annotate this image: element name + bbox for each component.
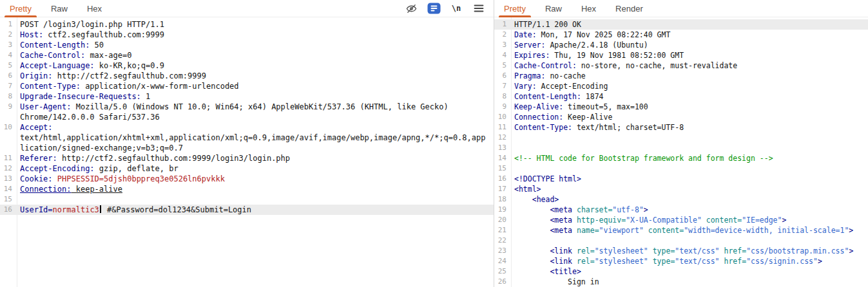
line-number: 9 — [494, 102, 511, 112]
line-number: 15 — [494, 163, 511, 174]
line-number: 8 — [0, 91, 17, 102]
code-line[interactable]: 26 Sign in — [494, 277, 868, 287]
newline-icon[interactable]: \n — [448, 1, 465, 15]
code-line[interactable]: 21 <meta name="viewport" content="width=… — [494, 225, 868, 236]
response-tab-bar: PrettyRawHexRender — [494, 0, 868, 17]
code-line[interactable]: 1HTTP/1.1 200 OK — [494, 19, 868, 30]
line-content: Date: Mon, 17 Nov 2025 08:22:40 GMT — [511, 30, 868, 40]
line-content — [511, 143, 868, 153]
code-line[interactable]: 18 <head> — [494, 194, 868, 205]
line-content: Upgrade-Insecure-Requests: 1 — [17, 91, 494, 102]
line-content: <html> — [511, 184, 868, 194]
code-line[interactable]: 24 <link rel="stylesheet" type="text/css… — [494, 256, 868, 266]
line-number: 21 — [494, 225, 511, 236]
line-content: Connection: Keep-Alive — [511, 112, 868, 122]
line-content: Accept-Encoding: gzip, deflate, br — [17, 163, 494, 174]
line-number: 12 — [0, 163, 17, 174]
tab-raw[interactable]: Raw — [535, 0, 572, 17]
code-line[interactable]: 17<html> — [494, 184, 868, 194]
line-number: 10 — [494, 112, 511, 122]
code-line[interactable]: 23 <link rel="stylesheet" type="text/css… — [494, 246, 868, 256]
tab-hex[interactable]: Hex — [572, 0, 606, 17]
request-editor[interactable]: 1POST /login3/login.php HTTP/1.12Host: c… — [0, 17, 494, 287]
line-number: 12 — [494, 133, 511, 143]
line-number: 7 — [0, 81, 17, 91]
code-line[interactable]: 9Keep-Alive: timeout=5, max=100 — [494, 102, 868, 112]
code-line[interactable]: 6Origin: http://ctf2.segfaulthub.com:999… — [0, 71, 494, 81]
tab-pretty[interactable]: Pretty — [494, 0, 535, 17]
line-content: Content-Length: 1874 — [511, 91, 868, 102]
line-content — [511, 133, 868, 143]
code-line[interactable]: 11Content-Type: text/html; charset=UTF-8 — [494, 122, 868, 133]
tab-hex[interactable]: Hex — [77, 0, 111, 17]
tab-pretty[interactable]: Pretty — [0, 0, 41, 17]
code-line[interactable]: 9User-Agent: Mozilla/5.0 (Windows NT 10.… — [0, 102, 494, 122]
code-line[interactable]: 11Referer: http://ctf2.segfaulthub.com:9… — [0, 153, 494, 163]
line-content — [17, 194, 494, 205]
line-number: 2 — [494, 30, 511, 40]
code-line[interactable]: 2Date: Mon, 17 Nov 2025 08:22:40 GMT — [494, 30, 868, 40]
code-line[interactable]: 3Server: Apache/2.4.18 (Ubuntu) — [494, 40, 868, 50]
line-content: Keep-Alive: timeout=5, max=100 — [511, 102, 868, 112]
line-number: 5 — [494, 60, 511, 71]
line-content: Cookie: PHPSESSID=5djsh0bppreq3e0526ln6p… — [17, 174, 494, 184]
line-content: <head> — [511, 194, 868, 205]
line-content: Connection: keep-alive — [17, 184, 494, 194]
line-number: 22 — [494, 236, 511, 246]
tab-raw[interactable]: Raw — [41, 0, 77, 17]
menu-icon[interactable] — [470, 1, 487, 15]
code-line[interactable]: 22 — [494, 236, 868, 246]
code-line[interactable]: 7Content-Type: application/x-www-form-ur… — [0, 81, 494, 91]
code-line[interactable]: 10Connection: Keep-Alive — [494, 112, 868, 122]
code-line[interactable]: 25 <title> — [494, 266, 868, 277]
line-content: Content-Length: 50 — [17, 40, 494, 50]
code-line[interactable]: 8Content-Length: 1874 — [494, 91, 868, 102]
line-number: 2 — [0, 30, 17, 40]
tab-render[interactable]: Render — [606, 0, 653, 17]
newline-label: \n — [452, 4, 461, 13]
line-number: 16 — [494, 174, 511, 184]
code-line[interactable]: 12Accept-Encoding: gzip, deflate, br — [0, 163, 494, 174]
line-number: 24 — [494, 256, 511, 266]
line-content: Accept-Language: ko-KR,ko;q=0.9 — [17, 60, 494, 71]
line-number: 1 — [0, 19, 17, 30]
code-line[interactable]: 4Expires: Thu, 19 Nov 1981 08:52:00 GMT — [494, 50, 868, 60]
line-number: 13 — [494, 143, 511, 153]
eye-hide-icon[interactable] — [403, 1, 420, 15]
code-line[interactable]: 7Vary: Accept-Encoding — [494, 81, 868, 91]
line-content: <meta name="viewport" content="width=dev… — [511, 225, 868, 236]
line-number: 6 — [0, 71, 17, 81]
code-line[interactable]: 16<!DOCTYPE html> — [494, 174, 868, 184]
line-content: <!DOCTYPE html> — [511, 174, 868, 184]
text-cursor — [100, 205, 101, 213]
line-number: 18 — [494, 194, 511, 205]
line-number: 16 — [0, 205, 17, 215]
code-line[interactable]: 15 — [494, 163, 868, 174]
code-line[interactable]: 1POST /login3/login.php HTTP/1.1 — [0, 19, 494, 30]
line-content: <link rel="stylesheet" type="text/css" h… — [511, 246, 868, 256]
code-line[interactable]: 8Upgrade-Insecure-Requests: 1 — [0, 91, 494, 102]
code-line[interactable]: 14<!-- HTML code for Bootstrap framework… — [494, 153, 868, 163]
code-line[interactable]: 13 — [494, 143, 868, 153]
nonprintable-toggle-icon[interactable] — [425, 1, 442, 15]
code-line[interactable]: 16UserId=normaltic3 #&Password=dol1234&S… — [0, 205, 494, 215]
line-number: 11 — [494, 122, 511, 133]
line-content: Origin: http://ctf2.segfaulthub.com:9999 — [17, 71, 494, 81]
code-line[interactable]: 13Cookie: PHPSESSID=5djsh0bppreq3e0526ln… — [0, 174, 494, 184]
code-line[interactable]: 20 <meta http-equiv="X-UA-Compatible" co… — [494, 215, 868, 225]
code-line[interactable]: 4Cache-Control: max-age=0 — [0, 50, 494, 60]
line-content: Referer: http://ctf2.segfaulthub.com:999… — [17, 153, 494, 163]
code-line[interactable]: 19 <meta charset="utf-8"> — [494, 205, 868, 215]
code-line[interactable]: 14Connection: keep-alive — [0, 184, 494, 194]
code-line[interactable]: 3Content-Length: 50 — [0, 40, 494, 50]
line-content: Vary: Accept-Encoding — [511, 81, 868, 91]
code-line[interactable]: 5Accept-Language: ko-KR,ko;q=0.9 — [0, 60, 494, 71]
code-line[interactable]: 6Pragma: no-cache — [494, 71, 868, 81]
code-line[interactable]: 10Accept: text/html,application/xhtml+xm… — [0, 122, 494, 153]
code-line[interactable]: 2Host: ctf2.segfaulthub.com:9999 — [0, 30, 494, 40]
code-line[interactable]: 5Cache-Control: no-store, no-cache, must… — [494, 60, 868, 71]
response-viewer[interactable]: 1HTTP/1.1 200 OK2Date: Mon, 17 Nov 2025 … — [494, 17, 868, 287]
code-line[interactable]: 15 — [0, 194, 494, 205]
code-line[interactable]: 12 — [494, 133, 868, 143]
line-content: <meta charset="utf-8"> — [511, 205, 868, 215]
